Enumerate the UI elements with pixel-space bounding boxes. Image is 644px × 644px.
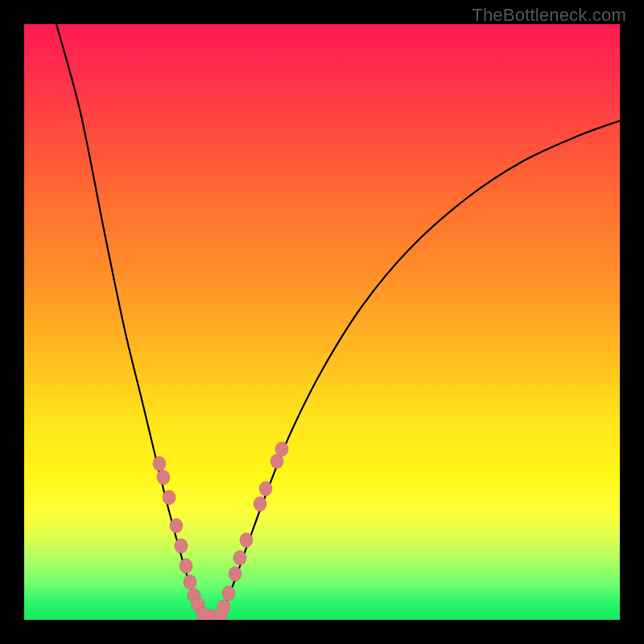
data-marker [175, 539, 188, 553]
watermark-text: TheBottleneck.com [472, 5, 626, 26]
data-marker [170, 518, 183, 533]
data-marker [259, 481, 272, 496]
curve-layer [24, 24, 620, 620]
markers-left-group [153, 456, 217, 620]
right-branch-curve [219, 121, 620, 618]
data-marker [240, 533, 253, 547]
data-marker [184, 575, 196, 589]
data-marker [163, 490, 175, 505]
data-marker [157, 470, 170, 485]
data-marker [217, 600, 230, 614]
markers-right-group [214, 442, 288, 620]
data-marker [254, 497, 266, 511]
chart-frame: TheBottleneck.com [0, 0, 644, 644]
data-marker [229, 567, 242, 581]
plot-area [24, 24, 620, 620]
data-marker [180, 559, 192, 573]
data-marker [233, 551, 246, 565]
data-marker [222, 586, 235, 601]
data-marker [153, 456, 166, 471]
data-marker [275, 442, 288, 456]
